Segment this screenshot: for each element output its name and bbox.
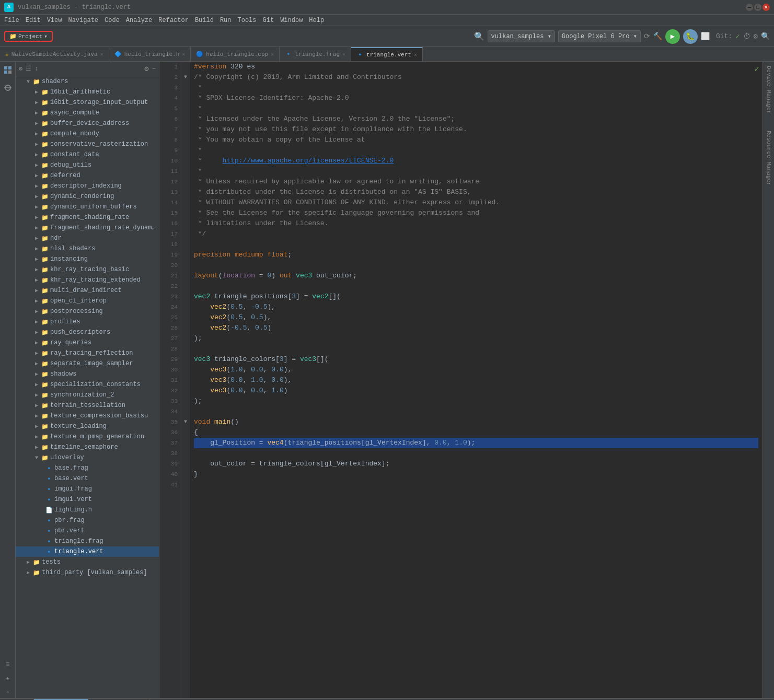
menu-run[interactable]: Run	[220, 17, 232, 24]
close-button[interactable]: ✕	[763, 4, 770, 11]
maximize-button[interactable]: □	[754, 4, 761, 11]
tree-item-base-frag[interactable]: 🔹 base.frag	[16, 463, 159, 473]
panel-settings-icon[interactable]: ⚙	[19, 65, 22, 73]
tree-item-16bit-storage[interactable]: ▶ 📁 16bit_storage_input_output	[16, 97, 159, 108]
favorites-sidebar-icon[interactable]: ★	[2, 672, 14, 684]
git-icon[interactable]: Git:	[716, 32, 732, 40]
tree-item-terrain[interactable]: ▶ 📁 terrain_tessellation	[16, 400, 159, 411]
tree-item-imgui-vert[interactable]: 🔹 imgui.vert	[16, 494, 159, 505]
run-button[interactable]: ▶	[665, 29, 680, 44]
tree-item-triangle-vert[interactable]: 🔹 triangle.vert	[16, 546, 159, 557]
tree-item-texture-compression[interactable]: ▶ 📁 texture_compression_basisu	[16, 411, 159, 421]
tree-item-buffer-device[interactable]: ▶ 📁 buffer_device_address	[16, 118, 159, 129]
tree-item-ray-tracing[interactable]: ▶ 📁 ray_tracing_reflection	[16, 348, 159, 358]
menu-view[interactable]: View	[47, 17, 62, 24]
panel-layout-icon[interactable]: ☰	[26, 65, 31, 73]
menu-file[interactable]: File	[4, 17, 19, 24]
triangle-vert-tab-close[interactable]: ✕	[414, 52, 417, 58]
clock-icon[interactable]: ⏱	[743, 32, 750, 41]
sync-icon[interactable]: ⟳	[644, 32, 650, 41]
tree-item-pbr-frag[interactable]: 🔹 pbr.frag	[16, 515, 159, 526]
tree-item-specialization[interactable]: ▶ 📁 specialization_constants	[16, 379, 159, 390]
tree-item-instancing[interactable]: ▶ 📁 instancing	[16, 254, 159, 264]
tree-item-pbr-vert[interactable]: 🔹 pbr.vert	[16, 526, 159, 536]
tree-item-multi-draw[interactable]: ▶ 📁 multi_draw_indirect	[16, 285, 159, 296]
tree-item-base-vert[interactable]: 🔹 base.vert	[16, 473, 159, 484]
code-content[interactable]: #version 320 es /* Copyright (c) 2019, A…	[190, 62, 763, 698]
tree-item-shaders[interactable]: ▼ 📁 shaders	[16, 76, 159, 87]
minimize-button[interactable]: ─	[746, 4, 753, 11]
stop-icon[interactable]: ⬜	[701, 32, 710, 41]
hello-h-tab-close[interactable]: ✕	[182, 51, 185, 57]
commit-sidebar-icon[interactable]	[2, 81, 14, 94]
tree-item-texture-mipmap[interactable]: ▶ 📁 texture_mipmap_generation	[16, 431, 159, 442]
search-icon2[interactable]: 🔍	[761, 32, 770, 41]
hello-cpp-tab-close[interactable]: ✕	[271, 51, 274, 57]
tree-item-compute-nbody[interactable]: ▶ 📁 compute_nbody	[16, 129, 159, 139]
menu-help[interactable]: Help	[309, 17, 324, 24]
panel-gear-icon[interactable]: ⚙	[144, 64, 148, 73]
file-tab-hello-h[interactable]: 🔷 hello_triangle.h ✕	[109, 47, 191, 61]
tree-item-fragment-shading-dynamic[interactable]: ▶ 📁 fragment_shading_rate_dynamic	[16, 223, 159, 233]
tree-item-uioverlay[interactable]: ▼ 📁 uioverlay	[16, 452, 159, 463]
tree-item-lighting-h[interactable]: 📄 lighting.h	[16, 505, 159, 515]
panel-close-icon[interactable]: −	[152, 65, 156, 73]
panel-sort-icon[interactable]: ↕	[34, 65, 38, 73]
device-dropdown[interactable]: Google Pixel 6 Pro ▾	[558, 30, 641, 42]
tree-item-fragment-shading[interactable]: ▶ 📁 fragment_shading_rate	[16, 212, 159, 223]
tree-item-timeline[interactable]: ▶ 📁 timeline_semaphore	[16, 442, 159, 452]
tree-item-constant-data[interactable]: ▶ 📁 constant_data	[16, 149, 159, 160]
menu-code[interactable]: Code	[105, 17, 120, 24]
tree-item-push-descriptors[interactable]: ▶ 📁 push_descriptors	[16, 327, 159, 337]
java-tab-close[interactable]: ✕	[100, 51, 103, 57]
tree-item-conservative[interactable]: ▶ 📁 conservative_rasterization	[16, 139, 159, 149]
tree-item-texture-loading[interactable]: ▶ 📁 texture_loading	[16, 421, 159, 431]
tree-item-tests[interactable]: ▶ 📁 tests	[16, 557, 159, 567]
resource-manager-label[interactable]: Resource Manager	[765, 129, 773, 188]
file-tab-hello-cpp[interactable]: 🔵 hello_triangle.cpp ✕	[191, 47, 280, 61]
tree-item-opencl[interactable]: ▶ 📁 open_cl_interop	[16, 296, 159, 306]
code-editor[interactable]: 1 2 3 4 5 6 7 8 9 10 11 12 13 14 15 16 1…	[159, 62, 763, 698]
tree-item-third-party[interactable]: ▶ 📁 third_party [vulkan_samples]	[16, 567, 159, 578]
tree-item-shadows[interactable]: ▶ 📁 shadows	[16, 369, 159, 379]
tree-item-hdr[interactable]: ▶ 📁 hdr	[16, 233, 159, 243]
tree-item-deferred[interactable]: ▶ 📁 deferred	[16, 170, 159, 181]
tree-item-dynamic-uniform[interactable]: ▶ 📁 dynamic_uniform_buffers	[16, 202, 159, 212]
tree-item-profiles[interactable]: ▶ 📁 profiles	[16, 317, 159, 327]
checkmark-icon[interactable]: ✓	[735, 32, 740, 41]
menu-analyze[interactable]: Analyze	[126, 17, 152, 24]
tree-item-ray-queries[interactable]: ▶ 📁 ray_queries	[16, 337, 159, 348]
project-tab[interactable]: 📁 Project ▾	[4, 31, 53, 42]
debug-button[interactable]: 🐛	[683, 29, 698, 44]
triangle-frag-tab-close[interactable]: ✕	[342, 51, 345, 57]
tree-item-khr-basic[interactable]: ▶ 📁 khr_ray_tracing_basic	[16, 264, 159, 275]
file-tab-triangle-vert[interactable]: 🔹 triangle.vert ✕	[351, 47, 423, 61]
tree-item-debug-utils[interactable]: ▶ 📁 debug_utils	[16, 160, 159, 170]
menu-navigate[interactable]: Navigate	[68, 17, 98, 24]
menu-edit[interactable]: Edit	[26, 17, 41, 24]
settings-icon[interactable]: ⚙	[754, 32, 758, 41]
build-variants-sidebar-icon[interactable]: ⬦	[2, 685, 14, 698]
tree-item-descriptor-indexing[interactable]: ▶ 📁 descriptor_indexing	[16, 181, 159, 191]
toolbar-search-icon[interactable]: 🔍	[474, 31, 484, 42]
file-tab-java[interactable]: ☕ NativeSampleActivity.java ✕	[0, 47, 109, 61]
build-variant-dropdown[interactable]: vulkan_samples ▾	[488, 30, 555, 42]
tree-item-16bit-arith[interactable]: ▶ 📁 16bit_arithmetic	[16, 87, 159, 97]
fold-2[interactable]: ▼	[181, 72, 190, 83]
tree-item-khr-extended[interactable]: ▶ 📁 khr_ray_tracing_extended	[16, 275, 159, 285]
file-tab-triangle-frag[interactable]: 🔹 triangle.frag ✕	[280, 47, 351, 61]
menu-refactor[interactable]: Refactor	[158, 17, 189, 24]
tree-item-separate-sampler[interactable]: ▶ 📁 separate_image_sampler	[16, 358, 159, 369]
menu-git[interactable]: Git	[263, 17, 274, 24]
tree-item-dynamic-rendering[interactable]: ▶ 📁 dynamic_rendering	[16, 191, 159, 202]
structure-sidebar-icon[interactable]: ≡	[2, 658, 14, 671]
tree-item-async-compute[interactable]: ▶ 📁 async_compute	[16, 108, 159, 118]
tree-item-synchronization[interactable]: ▶ 📁 synchronization_2	[16, 390, 159, 400]
menu-build[interactable]: Build	[195, 17, 214, 24]
menu-tools[interactable]: Tools	[238, 17, 257, 24]
fold-35[interactable]: ▼	[181, 417, 190, 427]
project-sidebar-icon[interactable]	[2, 64, 14, 76]
tree-item-postprocessing[interactable]: ▶ 📁 postprocessing	[16, 306, 159, 317]
device-manager-label[interactable]: Device Manager	[765, 64, 773, 116]
tree-item-triangle-frag[interactable]: 🔹 triangle.frag	[16, 536, 159, 546]
